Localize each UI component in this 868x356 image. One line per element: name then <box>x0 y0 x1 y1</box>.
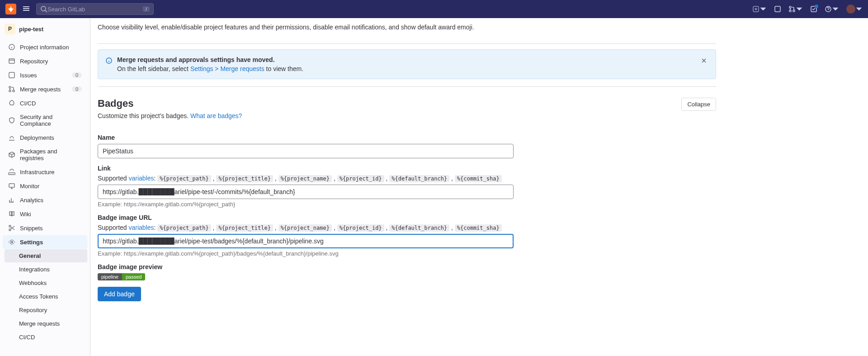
project-header[interactable]: P pipe-test <box>0 18 90 40</box>
hamburger-icon <box>23 5 30 12</box>
sidebar-item-cicd[interactable]: CI/CD <box>3 96 87 110</box>
infra-icon <box>8 168 15 176</box>
help-menu[interactable] <box>825 5 839 13</box>
svg-rect-9 <box>9 59 14 63</box>
sidebar-item-label: Snippets <box>20 225 82 232</box>
sidebar-item-label: Repository <box>20 58 82 65</box>
variable-tag: %{commit_sha} <box>455 224 502 232</box>
variable-tag: %{project_id} <box>337 224 384 232</box>
search-input[interactable] <box>47 6 143 13</box>
count-badge: 0 <box>72 72 82 78</box>
name-input[interactable] <box>98 144 514 158</box>
variables-link[interactable]: variables <box>129 224 154 231</box>
sidebar-item-label: Issues <box>20 72 67 79</box>
merge-requests-link[interactable] <box>788 5 803 13</box>
package-icon <box>8 151 15 158</box>
add-badge-button[interactable]: Add badge <box>98 287 141 301</box>
avatar <box>846 5 855 14</box>
repo-icon <box>8 57 15 65</box>
topbar: / <box>0 0 868 18</box>
divider <box>98 43 716 44</box>
sub-item-webhooks[interactable]: Webhooks <box>5 276 87 290</box>
todos-link[interactable] <box>810 5 817 13</box>
info-icon <box>8 43 15 51</box>
variable-tag: %{default_branch} <box>389 175 449 182</box>
sub-item-repository[interactable]: Repository <box>5 304 87 317</box>
image-url-label: Badge image URL <box>98 214 716 221</box>
sub-item-general[interactable]: General <box>5 249 87 262</box>
section-desc: Customize this project's badges. What ar… <box>98 112 242 119</box>
variable-tag: %{project_path} <box>157 224 211 232</box>
plus-menu[interactable] <box>752 5 767 13</box>
svg-point-4 <box>789 10 791 12</box>
sidebar-item-wiki[interactable]: Wiki <box>3 207 87 221</box>
sidebar-item-analytics[interactable]: Analytics <box>3 193 87 207</box>
sub-item-merge-requests[interactable]: Merge requests <box>5 317 87 330</box>
rocket-icon <box>8 100 15 107</box>
alert-title: Merge requests and approvals settings ha… <box>117 56 695 63</box>
alert-banner: Merge requests and approvals settings ha… <box>98 49 716 79</box>
sub-item-cicd[interactable]: CI/CD <box>5 331 87 344</box>
chevron-down-icon <box>855 5 863 13</box>
svg-point-5 <box>793 10 795 12</box>
variable-tag: %{project_title} <box>216 224 273 232</box>
user-menu[interactable] <box>846 5 863 14</box>
alert-link[interactable]: Settings > Merge requests <box>190 65 264 72</box>
variable-tag: %{project_name} <box>278 175 332 182</box>
sidebar-item-merge-requests[interactable]: Merge requests0 <box>3 82 87 96</box>
svg-point-12 <box>9 90 11 92</box>
sidebar-item-settings[interactable]: Settings <box>3 235 87 249</box>
search-icon <box>40 5 47 13</box>
alert-close-button[interactable] <box>699 56 708 66</box>
sidebar-item-security[interactable]: Security and Compliance <box>3 110 87 130</box>
sidebar-item-project-info[interactable]: Project information <box>3 40 87 54</box>
svg-point-15 <box>9 225 11 227</box>
info-icon <box>105 57 113 66</box>
sidebar-item-packages[interactable]: Packages and registries <box>3 145 87 165</box>
issues-icon <box>8 71 15 79</box>
image-url-input[interactable] <box>98 234 514 248</box>
section-title-badges: Badges <box>98 98 242 109</box>
variable-tag: %{project_path} <box>157 175 211 182</box>
sidebar-item-repository[interactable]: Repository <box>3 54 87 68</box>
issues-icon <box>774 5 781 13</box>
issues-link[interactable] <box>774 5 781 13</box>
badge-preview-left: pipeline <box>98 273 122 280</box>
gitlab-logo[interactable] <box>5 4 16 14</box>
collapse-button[interactable]: Collapse <box>681 98 716 111</box>
sub-item-integrations[interactable]: Integrations <box>5 263 87 276</box>
link-label: Link <box>98 165 716 172</box>
sidebar: P pipe-test Project information Reposito… <box>0 18 90 356</box>
gear-icon <box>8 238 15 246</box>
sidebar-item-issues[interactable]: Issues0 <box>3 68 87 82</box>
monitor-icon <box>8 182 15 190</box>
variable-tag: %{project_title} <box>216 175 273 182</box>
variable-tag: %{project_id} <box>337 175 384 182</box>
image-url-example: Example: https://example.gitlab.com/%{pr… <box>98 250 716 257</box>
sidebar-item-label: Merge requests <box>20 86 67 93</box>
sub-item-access-tokens[interactable]: Access Tokens <box>5 290 87 303</box>
sidebar-item-label: Wiki <box>20 211 82 218</box>
svg-point-13 <box>13 90 14 92</box>
hamburger-menu[interactable] <box>20 2 33 16</box>
svg-rect-2 <box>775 6 780 12</box>
plus-icon <box>752 5 760 13</box>
merge-icon <box>8 85 15 93</box>
name-label: Name <box>98 134 716 141</box>
sidebar-item-deployments[interactable]: Deployments <box>3 131 87 144</box>
alert-text: On the left sidebar, select Settings > M… <box>117 65 695 72</box>
sidebar-item-label: Security and Compliance <box>20 114 82 127</box>
sidebar-item-label: Infrastructure <box>20 169 82 176</box>
what-are-badges-link[interactable]: What are badges? <box>190 112 242 119</box>
sidebar-item-infrastructure[interactable]: Infrastructure <box>3 165 87 179</box>
variables-link[interactable]: variables <box>129 175 154 182</box>
sidebar-item-label: Analytics <box>20 197 82 204</box>
svg-point-16 <box>9 229 11 231</box>
link-input[interactable] <box>98 185 514 199</box>
search-box[interactable]: / <box>36 3 154 15</box>
sidebar-item-label: Monitor <box>20 183 82 190</box>
svg-point-0 <box>41 6 46 11</box>
sidebar-item-monitor[interactable]: Monitor <box>3 179 87 193</box>
sidebar-item-snippets[interactable]: Snippets <box>3 221 87 235</box>
tanuki-icon <box>7 5 14 13</box>
